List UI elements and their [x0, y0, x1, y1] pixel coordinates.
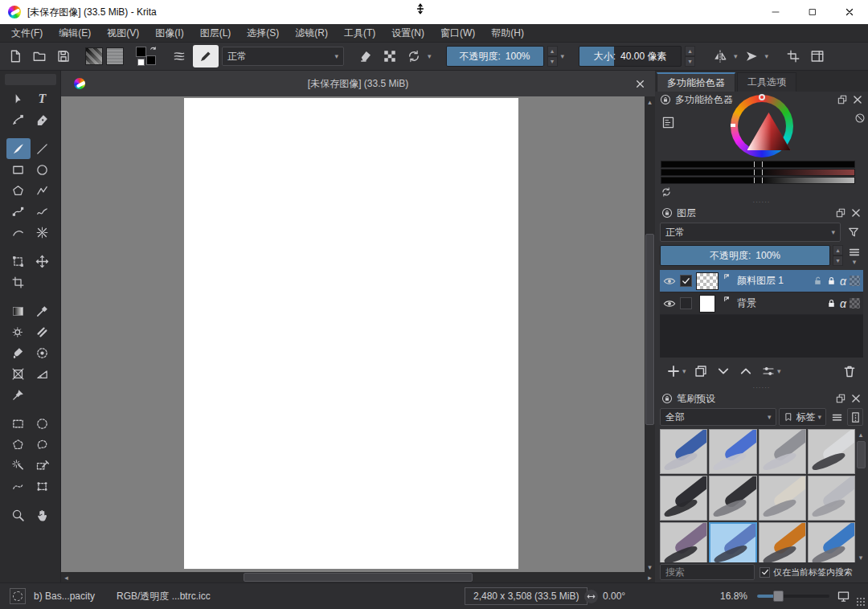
vertical-scrollbar[interactable]: ▴ ▾ [645, 96, 655, 572]
layer-thumbnail[interactable] [696, 272, 719, 290]
gradient-swatch-button[interactable] [85, 47, 103, 65]
workspace-chooser-button[interactable] [807, 46, 828, 67]
float-docker-icon[interactable] [835, 207, 846, 219]
tool-button[interactable] [6, 138, 31, 159]
layer-filter-button[interactable] [844, 223, 863, 242]
brush-preset-tile[interactable] [660, 429, 707, 474]
docker-tab[interactable]: 多功能拾色器 [657, 72, 735, 92]
canvas-page[interactable] [184, 98, 518, 569]
tool-button[interactable] [31, 363, 55, 384]
opacity-slider[interactable]: 不透明度: 100% [446, 46, 544, 67]
current-preset-button[interactable] [10, 583, 26, 609]
layer-row[interactable]: 颜料图层 1 α [660, 270, 863, 292]
brush-preset-tile[interactable] [808, 476, 855, 521]
docker-lock-icon[interactable] [660, 94, 671, 105]
layer-properties-button[interactable] [758, 362, 779, 381]
chevron-down-icon[interactable]: ▾ [734, 53, 738, 60]
hue-marker[interactable] [759, 94, 765, 100]
tool-button[interactable] [31, 321, 55, 342]
tag-button[interactable]: 标签 ▾ [779, 408, 826, 426]
tool-button[interactable] [31, 476, 55, 497]
menu-item[interactable]: 文件(F) [3, 24, 51, 42]
move-layer-down-button[interactable] [713, 362, 734, 381]
scroll-right-icon[interactable]: ▸ [645, 572, 655, 582]
tool-button[interactable] [6, 476, 31, 497]
layer-checkbox[interactable] [680, 297, 692, 309]
tool-button[interactable] [6, 413, 31, 434]
layer-opacity-slider[interactable]: 不透明度: 100% [660, 245, 830, 266]
hue-ring[interactable] [731, 95, 793, 157]
layer-row[interactable]: 背景 α [660, 292, 863, 315]
selector-settings-icon[interactable] [661, 116, 675, 129]
tool-button[interactable] [6, 505, 31, 525]
mirror-horizontal-button[interactable] [710, 46, 731, 67]
tool-button[interactable] [31, 109, 55, 130]
tool-button[interactable] [31, 251, 55, 272]
crop-view-button[interactable] [783, 46, 804, 67]
no-color-icon[interactable] [854, 112, 866, 124]
horizontal-scrollbar[interactable]: ◂ ▸ [61, 572, 655, 582]
close-button[interactable] [831, 0, 868, 24]
canvas-viewport[interactable] [61, 96, 645, 572]
tool-button[interactable] [31, 201, 55, 222]
size-spinner[interactable]: ▴▾ [685, 46, 695, 67]
maximize-button[interactable] [794, 0, 831, 24]
preset-search-input[interactable] [660, 564, 755, 580]
menu-item[interactable]: 图像(I) [147, 24, 191, 42]
zoom-level[interactable]: 16.8% [720, 583, 747, 609]
tool-button[interactable] [31, 342, 55, 363]
scroll-down-icon[interactable]: ▾ [859, 552, 863, 562]
scroll-down-icon[interactable]: ▾ [645, 562, 655, 572]
layer-name[interactable]: 背景 [737, 296, 822, 310]
docker-splitter[interactable]: ······ [655, 385, 868, 390]
layer-visibility-icon[interactable] [663, 275, 676, 288]
tool-button[interactable] [31, 138, 55, 159]
colorspace-label[interactable]: RGB/透明度 ...btrc.icc [117, 583, 211, 609]
checkbox[interactable] [760, 567, 770, 578]
preset-view-options-button[interactable] [829, 408, 845, 426]
alpha-lock-icon[interactable]: α [840, 298, 846, 309]
canvas-rotation[interactable]: 0.00° [584, 583, 625, 609]
layer-checkbox[interactable] [680, 275, 692, 287]
tool-button[interactable] [6, 222, 31, 243]
layer-name[interactable]: 颜料图层 1 [737, 274, 809, 288]
brush-preset-tile[interactable] [759, 522, 806, 562]
layer-visibility-icon[interactable] [663, 297, 676, 310]
preset-scrollbar[interactable]: ▴ ▾ [855, 429, 866, 562]
lock-closed-icon[interactable] [826, 276, 837, 286]
menu-item[interactable]: 帮助(H) [483, 24, 532, 42]
zoom-slider-handle[interactable] [773, 591, 784, 602]
brush-preset-tile[interactable] [660, 476, 707, 521]
tool-button[interactable] [31, 180, 55, 201]
spin-up-icon[interactable]: ▴ [547, 46, 558, 56]
fit-to-view-button[interactable] [837, 583, 850, 609]
hscroll-thumb[interactable] [244, 573, 473, 582]
vscroll-track[interactable] [645, 107, 654, 562]
minimize-button[interactable] [757, 0, 794, 24]
preset-scroll-track[interactable] [857, 439, 866, 552]
inherit-alpha-icon[interactable] [850, 276, 860, 286]
menu-item[interactable]: 工具(T) [336, 24, 383, 42]
menu-item[interactable]: 图层(L) [192, 24, 240, 42]
brush-preset-tile[interactable] [709, 476, 756, 521]
preserve-alpha-button[interactable] [379, 46, 400, 67]
tool-button[interactable] [6, 434, 31, 455]
inherit-alpha-icon[interactable] [850, 298, 860, 309]
spin-down-icon[interactable]: ▾ [833, 255, 843, 266]
shade-bar[interactable] [661, 161, 855, 168]
brush-preset-tile[interactable] [759, 476, 806, 521]
brush-preset-tile[interactable] [709, 429, 756, 474]
preset-filter-dropdown[interactable]: 全部 ▾ [660, 408, 776, 426]
close-docker-icon[interactable] [850, 393, 862, 404]
add-layer-button[interactable] [663, 362, 684, 381]
reload-preset-button[interactable] [403, 46, 424, 67]
layer-blend-mode-dropdown[interactable]: 正常 ▾ [660, 223, 841, 242]
preset-scroll-thumb[interactable] [857, 441, 866, 468]
opacity-spinner[interactable]: ▴▾ [547, 46, 558, 67]
docker-lock-icon[interactable] [661, 207, 673, 219]
spin-down-icon[interactable]: ▾ [547, 56, 558, 67]
float-docker-icon[interactable] [835, 393, 846, 404]
search-in-tag-checkbox[interactable]: 仅在当前标签内搜索 [760, 566, 853, 578]
tool-button[interactable] [6, 180, 31, 201]
swap-colors-icon[interactable] [149, 46, 158, 55]
